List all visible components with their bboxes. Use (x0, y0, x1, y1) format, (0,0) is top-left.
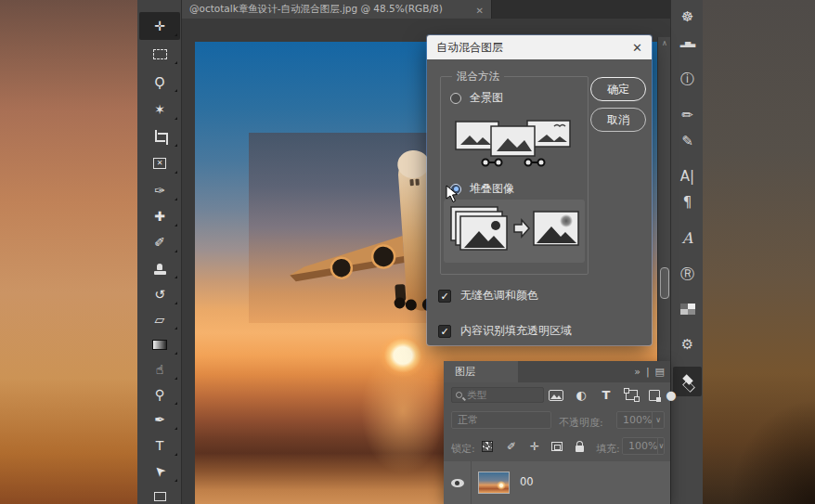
adjustment-filter-icon[interactable]: ◐ (573, 387, 589, 403)
frame-tool[interactable]: ✕ (139, 149, 180, 177)
fill-value: 100% (623, 440, 657, 452)
dodge-tool[interactable]: ⚲ (139, 381, 180, 408)
pen-icon: ✒ (154, 413, 165, 426)
filter-toggle-icon[interactable]: ● (663, 387, 679, 403)
seamless-tones-row[interactable]: ✓ 无缝色调和颜色 (438, 288, 538, 304)
layers-panel-icon (680, 374, 695, 389)
lock-transparent-icon[interactable] (479, 438, 496, 454)
lock-artboard-icon (551, 442, 563, 451)
type-tool[interactable]: T (139, 432, 180, 459)
healing-brush-tool[interactable]: ✚ (139, 202, 180, 230)
shape-tool[interactable] (139, 483, 180, 504)
pixel-filter-icon (549, 390, 563, 401)
lock-image-icon[interactable]: ✐ (503, 438, 520, 454)
seamless-tones-label: 无缝色调和颜色 (460, 288, 538, 304)
brush-tool[interactable]: ✐ (139, 228, 180, 256)
blend-mode-select[interactable]: 正常 (451, 411, 551, 429)
lasso-tool[interactable]: Ϙ (139, 68, 180, 96)
lasso-icon: Ϙ (154, 75, 164, 88)
blend-method-label: 混合方法 (452, 70, 504, 84)
fill-label: 填充: (596, 442, 620, 456)
stack-images-radio-row[interactable]: 堆叠图像 (450, 181, 514, 197)
swatches-icon[interactable] (671, 296, 704, 322)
screen: ✛Ϙ✶✕✑✚✐↺▱☝⚲✒T➤ @octotalk章鱼设计-自动混合图层.jpg … (0, 0, 815, 504)
content-aware-fill-row[interactable]: ✓ 内容识别填充透明区域 (438, 323, 572, 339)
lock-transparent-icon (482, 441, 493, 452)
dialog-close-icon[interactable]: ✕ (632, 41, 642, 55)
dialog-title: 自动混合图层 (436, 40, 632, 56)
pen-tool[interactable]: ✒ (139, 406, 180, 433)
dodge-icon: ⚲ (155, 388, 164, 401)
collapse-panel-icon[interactable]: » (634, 366, 640, 378)
search-icon (456, 392, 462, 398)
panel-menu-icon[interactable]: ▤ (655, 366, 665, 378)
eraser-tool[interactable]: ▱ (139, 305, 180, 333)
quick-selection-icon: ✶ (154, 103, 165, 116)
shape-filter-icon[interactable] (623, 387, 640, 403)
layer-thumbnail[interactable] (478, 472, 510, 494)
content-aware-fill-label: 内容识别填充透明区域 (460, 323, 572, 339)
opacity-chevron-icon[interactable]: ∨ (652, 412, 664, 428)
history-brush-tool[interactable]: ↺ (139, 280, 180, 308)
scrollbar-up-icon[interactable]: ∧ (658, 39, 670, 47)
layer-search-box[interactable]: 类型 (451, 387, 544, 403)
lock-all-icon[interactable] (571, 438, 588, 454)
quick-selection-tool[interactable]: ✶ (139, 96, 180, 123)
r-plugin-icon[interactable]: Ⓡ (671, 261, 704, 287)
smart-object-filter-icon (649, 390, 660, 401)
crop-tool[interactable] (139, 123, 180, 150)
lock-label: 锁定: (451, 442, 475, 456)
fill-chevron-icon[interactable]: ∨ (657, 438, 664, 454)
panorama-radio[interactable] (450, 93, 461, 104)
marquee-tool[interactable] (139, 40, 180, 68)
seamless-tones-checkbox[interactable]: ✓ (438, 290, 451, 303)
navigator-icon[interactable]: ☸ (671, 4, 704, 30)
document-tabbar: @octotalk章鱼设计-自动混合图层.jpg @ 48.5%(RGB/8) … (182, 0, 670, 19)
path-select-tool[interactable]: ➤ (139, 458, 180, 485)
smart-object-filter-icon[interactable] (646, 387, 663, 403)
type-filter-icon[interactable]: T (598, 387, 614, 403)
document-tab[interactable]: @octotalk章鱼设计-自动混合图层.jpg @ 48.5%(RGB/8) … (182, 0, 492, 19)
smudge-icon: ☝ (156, 363, 164, 376)
panorama-illustration (454, 114, 573, 172)
cancel-button[interactable]: 取消 (590, 108, 646, 132)
tab-close-icon[interactable]: ✕ (476, 6, 484, 16)
fill-select[interactable]: 100% ∨ (622, 437, 665, 455)
histogram-icon[interactable]: ▂▅▃ (671, 30, 704, 56)
mouse-cursor (446, 185, 459, 203)
info-icon[interactable]: ⓘ (671, 66, 704, 92)
panorama-radio-label: 全景图 (470, 90, 503, 106)
panorama-radio-row[interactable]: 全景图 (450, 90, 503, 106)
clone-stamp-tool[interactable] (139, 254, 180, 282)
content-aware-fill-checkbox[interactable]: ✓ (438, 325, 451, 338)
move-tool[interactable]: ✛ (139, 12, 180, 40)
pixel-filter-icon[interactable] (548, 387, 564, 403)
opacity-select[interactable]: 100% ∨ (616, 411, 665, 429)
swatches-icon (680, 304, 695, 315)
ok-button[interactable]: 确定 (590, 77, 646, 101)
lock-artboard-icon[interactable] (549, 438, 565, 454)
character-icon[interactable]: A| (671, 163, 704, 189)
opacity-label: 不透明度: (559, 416, 603, 430)
paragraph-icon[interactable]: ¶ (671, 189, 704, 215)
eyedropper-tool[interactable]: ✑ (139, 176, 180, 204)
search-placeholder: 类型 (467, 389, 486, 402)
dialog-titlebar[interactable]: 自动混合图层 ✕ (427, 35, 652, 59)
clone-stamp-icon (154, 271, 166, 275)
lock-row: 锁定: ✐✛ 填充: 100% ∨ (444, 433, 670, 459)
frame-icon: ✕ (153, 158, 166, 169)
brushes-icon[interactable]: ✎ (671, 128, 704, 154)
gradient-tool[interactable] (139, 330, 180, 358)
stack-illustration (447, 203, 581, 259)
scrollbar-thumb[interactable] (660, 267, 669, 299)
shape-icon (154, 492, 166, 501)
layer-row[interactable]: 00 (444, 461, 670, 504)
eye-icon[interactable] (451, 479, 464, 487)
layers-tab[interactable]: 图层 (444, 361, 518, 382)
layer-visibility-cell[interactable] (444, 461, 472, 504)
glyphs-icon[interactable]: A (671, 225, 704, 251)
smudge-tool[interactable]: ☝ (139, 355, 180, 383)
lock-position-icon[interactable]: ✛ (526, 438, 543, 454)
brush-settings-icon[interactable]: ✏ (671, 102, 704, 128)
adjustments-icon[interactable]: ⚙ (671, 331, 704, 357)
